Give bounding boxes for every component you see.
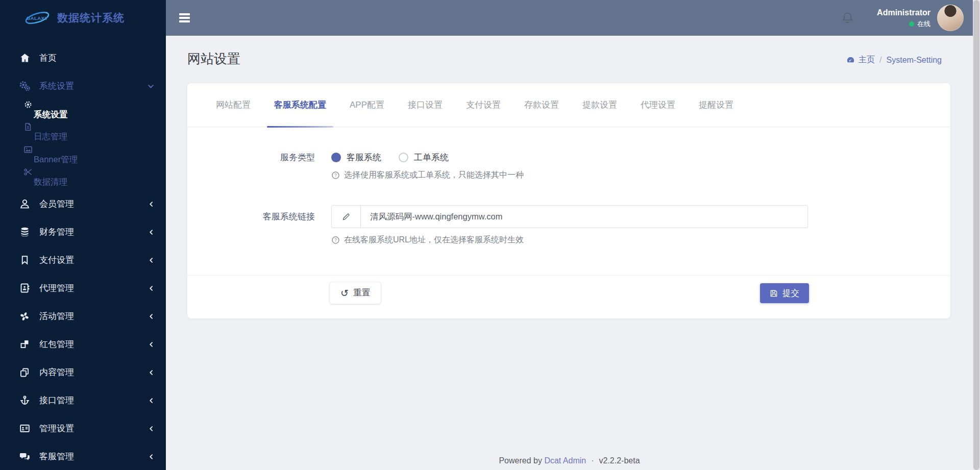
address-book-icon xyxy=(18,282,31,294)
cogs-icon xyxy=(18,80,31,92)
chevron-left-icon xyxy=(148,285,155,291)
tab-deposit-settings[interactable]: 存款设置 xyxy=(524,83,559,127)
reset-button[interactable]: ↺ 重置 xyxy=(329,282,381,304)
bookmark-icon xyxy=(18,254,31,266)
sidebar-item-system-settings-parent[interactable]: 系统设置 xyxy=(0,72,166,100)
scissors-icon xyxy=(23,167,166,177)
service-type-label: 服务类型 xyxy=(187,152,315,163)
sidebar-item-agent-management[interactable]: 代理管理 xyxy=(0,274,166,302)
svg-text:?: ? xyxy=(334,173,337,178)
sidebar-item-log-management[interactable]: 日志管理 xyxy=(0,122,166,145)
sidebar: GALAXY 数据统计系统 首页 系统设置 xyxy=(0,0,166,470)
radio-unchecked-icon[interactable] xyxy=(399,153,408,162)
sidebar-item-admin-settings[interactable]: 管理设置 xyxy=(0,414,166,442)
dcat-admin-link[interactable]: Dcat Admin xyxy=(544,456,586,465)
scrollbar[interactable] xyxy=(973,0,980,470)
avatar[interactable] xyxy=(937,5,964,31)
sidebar-nav: 首页 系统设置 系统设置 xyxy=(0,44,166,470)
galaxy-logo-icon: GALAXY xyxy=(23,9,51,27)
copy-icon xyxy=(18,366,31,379)
radio-checked-icon[interactable] xyxy=(331,153,341,162)
gear-icon xyxy=(23,100,166,109)
sidebar-item-activity-management[interactable]: 活动管理 xyxy=(0,302,166,330)
chevron-left-icon xyxy=(148,341,155,348)
svg-text:?: ? xyxy=(334,238,337,242)
chevron-left-icon xyxy=(148,369,155,376)
question-circle-icon: ? xyxy=(331,236,340,244)
online-status-label: 在线 xyxy=(917,19,930,29)
breadcrumb-home-link[interactable]: 主页 xyxy=(846,55,875,65)
sidebar-item-finance-management[interactable]: 财务管理 xyxy=(0,218,166,246)
file-text-icon xyxy=(23,122,166,131)
sidebar-item-payment-settings[interactable]: 支付设置 xyxy=(0,246,166,274)
main-content: 网站设置 主页 / System-Setting 网站配置 客服系统配置 APP… xyxy=(166,36,980,470)
save-icon xyxy=(770,289,778,298)
chevron-left-icon xyxy=(148,257,155,263)
tab-api-settings[interactable]: 接口设置 xyxy=(408,83,443,127)
burst-icon xyxy=(18,310,31,323)
chevron-left-icon xyxy=(148,425,155,432)
user-menu[interactable]: Administrator 在线 xyxy=(877,8,930,29)
sidebar-item-home[interactable]: 首页 xyxy=(0,44,166,72)
sidebar-item-system-settings[interactable]: 系统设置 xyxy=(0,100,166,122)
radio-ticket-system[interactable]: 工单系统 xyxy=(399,152,449,163)
comments-icon xyxy=(18,451,31,463)
tab-withdrawal-settings[interactable]: 提款设置 xyxy=(582,83,617,127)
undo-icon: ↺ xyxy=(340,288,349,298)
topbar: Administrator 在线 xyxy=(166,0,980,36)
home-icon xyxy=(18,52,31,64)
pencil-icon xyxy=(332,206,361,228)
breadcrumb-current: System-Setting xyxy=(887,56,942,65)
logo-wordmark: GALAXY xyxy=(27,15,48,21)
image-icon xyxy=(23,145,166,154)
tab-app-config[interactable]: APP配置 xyxy=(350,83,384,127)
scrollbar-thumb[interactable] xyxy=(973,0,979,470)
id-card-icon xyxy=(18,423,31,435)
chevron-left-icon xyxy=(148,229,155,235)
chevron-left-icon xyxy=(148,453,155,460)
radio-customer-service-system[interactable]: 客服系统 xyxy=(331,152,381,163)
notifications-bell-icon[interactable] xyxy=(841,11,854,25)
breadcrumb-separator: / xyxy=(879,56,881,65)
sidebar-item-support-management[interactable]: 客服管理 xyxy=(0,442,166,470)
tab-payment-settings[interactable]: 支付设置 xyxy=(466,83,501,127)
footer-separator: · xyxy=(591,456,594,465)
chevron-left-icon xyxy=(148,313,155,319)
tab-reminder-settings[interactable]: 提醒设置 xyxy=(699,83,733,127)
database-icon xyxy=(18,226,31,238)
sidebar-item-member-management[interactable]: 会员管理 xyxy=(0,190,166,218)
page-footer: Powered by Dcat Admin·v2.2.2-beta xyxy=(166,456,973,465)
service-link-input[interactable] xyxy=(361,206,807,228)
tab-customer-service-config[interactable]: 客服系统配置 xyxy=(274,83,326,127)
online-status-dot xyxy=(909,21,914,27)
breadcrumb: 主页 / System-Setting xyxy=(846,55,942,65)
settings-tabs: 网站配置 客服系统配置 APP配置 接口设置 支付设置 存款设置 提款设置 代理… xyxy=(187,83,950,127)
service-type-help: ? 选择使用客服系统或工单系统，只能选择其中一种 xyxy=(331,170,950,181)
sidebar-item-data-cleanup[interactable]: 数据清理 xyxy=(0,167,166,190)
sidebar-item-api-management[interactable]: 接口管理 xyxy=(0,386,166,414)
submit-button[interactable]: 提交 xyxy=(760,283,809,303)
sidebar-toggle-button[interactable] xyxy=(179,13,190,22)
form-actions: ↺ 重置 提交 xyxy=(187,275,950,318)
page-title: 网站设置 xyxy=(187,50,240,68)
sidebar-item-banner-management[interactable]: Banner管理 xyxy=(0,145,166,167)
chevron-left-icon xyxy=(148,397,155,404)
app-logo[interactable]: GALAXY 数据统计系统 xyxy=(0,0,166,36)
service-link-help: ? 在线客服系统URL地址，仅在选择客服系统时生效 xyxy=(331,235,950,245)
chevron-down-icon xyxy=(147,82,155,90)
settings-card: 网站配置 客服系统配置 APP配置 接口设置 支付设置 存款设置 提款设置 代理… xyxy=(187,83,950,318)
question-circle-icon: ? xyxy=(331,171,340,180)
user-icon xyxy=(18,198,31,210)
cubes-icon xyxy=(18,338,31,351)
tab-agent-settings[interactable]: 代理设置 xyxy=(641,83,675,127)
tab-website-config[interactable]: 网站配置 xyxy=(216,83,251,127)
chevron-left-icon xyxy=(148,201,155,207)
service-link-input-group xyxy=(331,205,808,228)
app-title: 数据统计系统 xyxy=(57,11,125,25)
user-name: Administrator xyxy=(877,8,930,18)
dashboard-icon xyxy=(846,56,855,64)
sidebar-item-content-management[interactable]: 内容管理 xyxy=(0,358,166,386)
service-link-label: 客服系统链接 xyxy=(187,211,315,222)
sidebar-item-redpacket-management[interactable]: 红包管理 xyxy=(0,330,166,358)
version-text: v2.2.2-beta xyxy=(599,456,640,465)
